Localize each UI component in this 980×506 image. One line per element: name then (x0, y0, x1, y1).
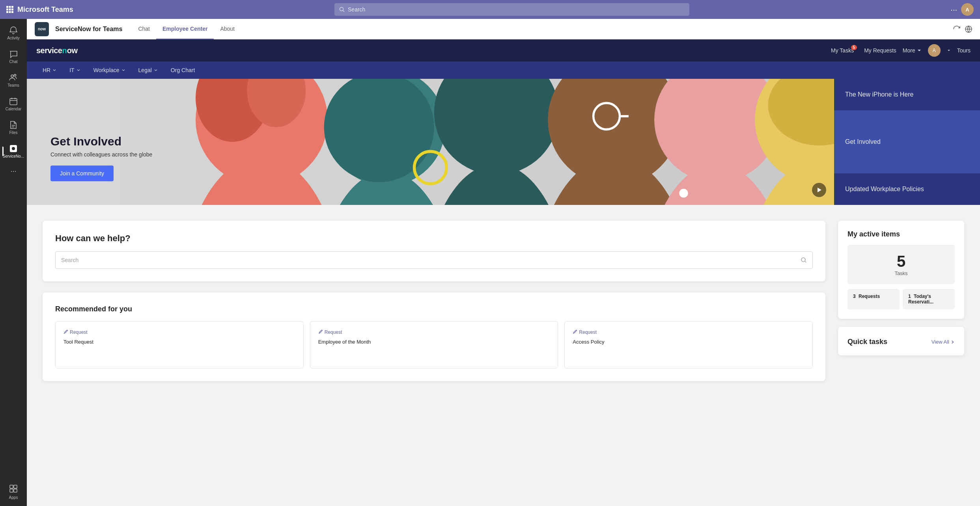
apps-icon (9, 484, 18, 493)
my-tasks-btn[interactable]: My Tasks 5 (831, 47, 854, 54)
sidebar-item-calendar[interactable]: Calendar (2, 93, 24, 115)
tab-employee-center[interactable]: Employee Center (156, 19, 214, 39)
svg-rect-0 (6, 6, 8, 8)
snow-user-avatar[interactable]: A (928, 44, 941, 57)
app-title: ServiceNow for Teams (55, 26, 122, 33)
more-btn[interactable]: More (903, 47, 922, 54)
svg-marker-48 (818, 188, 821, 192)
teams-label: Teams (7, 83, 19, 87)
search-bar[interactable]: Search (334, 3, 689, 16)
snow-header: servicenow My Tasks 5 My Requests More (27, 39, 980, 61)
play-icon (816, 187, 822, 193)
sidebar-item-activity[interactable]: Activity (2, 22, 24, 44)
apps-label: Apps (9, 495, 18, 500)
sidebar-item-chat[interactable]: Chat (2, 46, 24, 68)
it-chevron-icon (76, 68, 81, 73)
app-logo-text: now (38, 27, 46, 31)
sidebar-apps[interactable]: Apps (9, 484, 18, 500)
chat-label: Chat (9, 60, 17, 64)
globe-icon[interactable] (965, 26, 972, 33)
search-wrapper: Search (78, 3, 946, 16)
svg-rect-1 (9, 6, 11, 8)
tasks-label: Tasks (855, 270, 947, 276)
my-requests-btn[interactable]: My Requests (864, 47, 896, 54)
sidebar-item-servicenow[interactable]: ServiceNo... (2, 140, 24, 162)
help-card: How can we help? Search (43, 221, 825, 281)
sidebar-more-area[interactable]: ··· (10, 167, 16, 175)
svg-rect-7 (9, 11, 11, 13)
svg-rect-21 (10, 485, 13, 488)
svg-line-10 (343, 11, 345, 12)
reservations-summary[interactable]: 1 Today's Reservati... (903, 289, 955, 309)
quick-tasks-header: Quick tasks View All (847, 338, 955, 346)
reservations-label: Today's Reservati... (908, 294, 933, 305)
rec-item-2[interactable]: Request Access Policy (564, 321, 813, 368)
svg-rect-23 (10, 489, 13, 492)
rec-item-1[interactable]: Request Employee of the Month (310, 321, 558, 368)
join-community-button[interactable]: Join a Community (50, 166, 114, 181)
hero-area: Get Involved Connect with colleagues acr… (27, 79, 980, 205)
play-button[interactable] (812, 183, 826, 197)
rec-item-2-title: Access Policy (573, 339, 805, 345)
rec-item-1-title: Employee of the Month (318, 339, 550, 345)
svg-point-9 (340, 7, 343, 11)
svg-rect-4 (9, 9, 11, 11)
files-label: Files (9, 130, 17, 135)
hero-panel-get-involved[interactable]: Get Involved (834, 110, 980, 173)
servicenow-icon (9, 144, 18, 153)
requests-summary[interactable]: 3 Requests (847, 289, 900, 309)
edit-icon-1 (318, 330, 323, 335)
subnav-workplace[interactable]: Workplace (87, 61, 132, 79)
svg-rect-8 (11, 11, 13, 13)
subnav-legal[interactable]: Legal (132, 61, 164, 79)
right-column: My active items 5 Tasks 3 Requests 1 Tod… (838, 221, 964, 490)
app-logo: now (35, 22, 49, 36)
tours-btn[interactable]: Tours (957, 47, 971, 54)
recommended-card: Recommended for you Request Tool Request (43, 292, 825, 381)
svg-rect-2 (11, 6, 13, 8)
svg-point-49 (801, 258, 805, 262)
subnav-it[interactable]: IT (63, 61, 87, 79)
sidebar-item-files[interactable]: Files (2, 117, 24, 139)
rec-item-0[interactable]: Request Tool Request (55, 321, 304, 368)
svg-point-43 (679, 189, 688, 197)
hr-chevron-icon (52, 68, 57, 73)
hero-content: Get Involved Connect with colleagues acr… (50, 135, 152, 181)
subnav-org-chart[interactable]: Org Chart (164, 61, 201, 79)
more-apps-dots: ··· (10, 167, 16, 175)
requests-label: Requests (859, 294, 880, 299)
legal-chevron-icon (153, 68, 158, 73)
tasks-count: 5 (855, 253, 947, 270)
hero-panel-new-iphone[interactable]: The New iPhone is Here (834, 79, 980, 110)
snow-nav-right: My Tasks 5 My Requests More A (831, 44, 971, 57)
quick-tasks-title: Quick tasks (847, 338, 887, 346)
hero-illustration: Get Involved Connect with colleagues acr… (27, 79, 834, 205)
rec-grid: Request Tool Request Request Emp (55, 321, 813, 368)
rec-item-0-type: Request (63, 329, 295, 335)
active-items-title: My active items (847, 230, 955, 238)
refresh-icon[interactable] (953, 26, 960, 33)
tab-about[interactable]: About (214, 19, 241, 39)
svg-line-50 (805, 261, 806, 262)
grid-icon[interactable] (6, 6, 13, 13)
recommended-title: Recommended for you (55, 305, 813, 313)
search-icon (339, 7, 345, 12)
main-content: How can we help? Search Recommended for … (27, 205, 980, 506)
more-options-icon[interactable]: ··· (950, 5, 957, 14)
chevron-right-icon (950, 340, 955, 344)
help-search-box[interactable]: Search (55, 251, 813, 269)
svg-rect-22 (14, 485, 17, 488)
hero-panel-updated-policies[interactable]: Updated Workplace Policies (834, 173, 980, 205)
app-header-right (953, 26, 972, 33)
view-all-link[interactable]: View All (931, 339, 955, 345)
subnav-hr[interactable]: HR (36, 61, 63, 79)
user-avatar[interactable]: A (961, 3, 974, 16)
tab-chat[interactable]: Chat (132, 19, 156, 39)
tasks-summary: 5 Tasks (847, 245, 955, 284)
tasks-badge: 5 (851, 45, 857, 50)
sidebar-item-teams[interactable]: Teams (2, 69, 24, 91)
snow-logo: servicenow (36, 46, 77, 55)
requests-count: 3 (853, 294, 856, 299)
svg-rect-6 (6, 11, 8, 13)
rec-item-0-title: Tool Request (63, 339, 295, 345)
